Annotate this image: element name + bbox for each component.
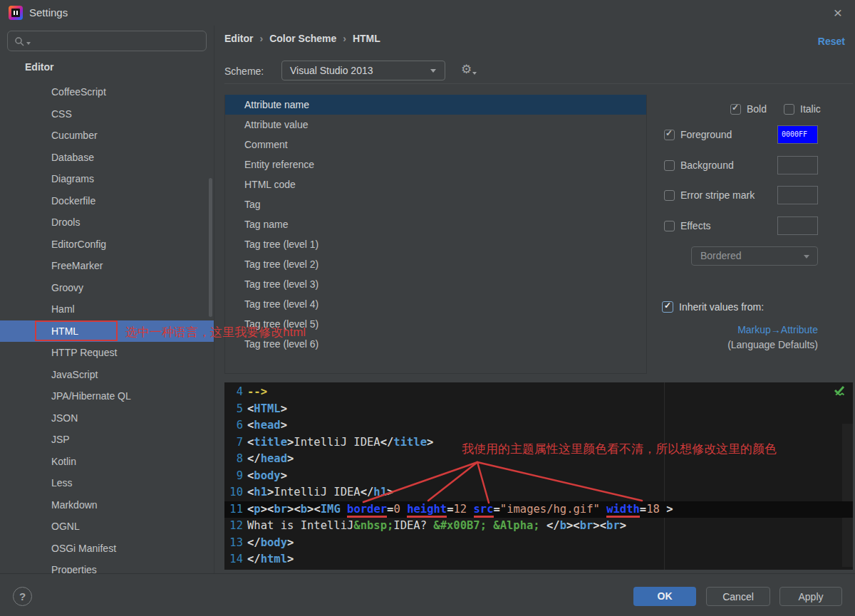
sidebar-item-editorconfig[interactable]: EditorConfig <box>0 234 214 256</box>
sidebar-item-less[interactable]: Less <box>0 472 214 494</box>
code-token: </ <box>247 452 261 465</box>
code-token: br <box>580 519 594 532</box>
foreground-checkbox[interactable] <box>664 130 675 140</box>
code-token: > <box>593 519 599 532</box>
sidebar-item-jpa-hibernate-ql[interactable]: JPA/Hibernate QL <box>0 385 214 407</box>
apply-button[interactable]: Apply <box>779 587 842 606</box>
code-token: > <box>281 419 287 432</box>
attribute-row[interactable]: Entity reference <box>225 155 646 174</box>
sidebar-item-css[interactable]: CSS <box>0 103 214 125</box>
code-token: </ <box>247 536 261 549</box>
breadcrumb-item: Color Scheme <box>269 33 336 44</box>
foreground-color-swatch[interactable]: 0000FF <box>777 125 818 144</box>
attribute-row[interactable]: Tag tree (level 4) <box>225 294 646 314</box>
code-token: What is IntelliJ <box>247 519 353 532</box>
sidebar-divider <box>214 26 214 573</box>
code-token: < <box>267 503 274 516</box>
sidebar-item-diagrams[interactable]: Diagrams <box>0 168 214 190</box>
code-token: 0 <box>393 503 400 516</box>
error-stripe-checkbox[interactable] <box>664 190 675 201</box>
sidebar-item-freemarker[interactable]: FreeMarker <box>0 255 214 277</box>
code-token: h1 <box>373 486 387 498</box>
sidebar-item-drools[interactable]: Drools <box>0 212 214 234</box>
code-token: > <box>387 486 393 498</box>
code-token: b <box>560 519 566 532</box>
bold-checkbox[interactable] <box>730 104 741 115</box>
attribute-row[interactable]: Attribute value <box>225 115 646 135</box>
sidebar-item-ognl[interactable]: OGNL <box>0 516 214 538</box>
code-token: body <box>254 469 280 482</box>
search-input[interactable] <box>7 31 207 51</box>
sidebar-item-editor-root[interactable]: Editor <box>25 61 53 73</box>
attribute-row[interactable]: Tag name <box>225 214 646 234</box>
attribute-row[interactable]: Attribute name <box>225 95 646 115</box>
attribute-row[interactable]: Tag tree (level 1) <box>225 234 646 254</box>
sidebar-item-cucumber[interactable]: Cucumber <box>0 125 214 147</box>
sidebar-item-markdown[interactable]: Markdown <box>0 494 214 516</box>
code-token: IntelliJ IDEA <box>274 486 360 498</box>
sidebar-scrollbar[interactable] <box>209 178 212 317</box>
scheme-select[interactable]: Visual Studio 2013 <box>281 61 445 80</box>
attribute-row[interactable]: Tag tree (level 3) <box>225 274 646 294</box>
effect-type-select: Bordered <box>691 246 818 266</box>
sidebar-item-json[interactable]: JSON <box>0 407 214 429</box>
background-checkbox[interactable] <box>664 160 675 171</box>
sidebar-item-coffeescript[interactable]: CoffeeScript <box>0 81 214 103</box>
sidebar-item-database[interactable]: Database <box>0 147 214 169</box>
sidebar-item-http-request[interactable]: HTTP Request <box>0 342 214 364</box>
code-token: body <box>261 536 287 549</box>
code-token: = <box>494 503 500 516</box>
code-token: </ <box>247 553 261 565</box>
footer-divider <box>0 573 855 574</box>
header-divider <box>224 83 853 84</box>
attribute-row[interactable]: Tag tree (level 2) <box>225 254 646 274</box>
sidebar-item-osgi-manifest[interactable]: OSGi Manifest <box>0 538 214 560</box>
code-token: IDEA? <box>393 519 433 532</box>
code-token: > <box>660 503 673 516</box>
breadcrumb-separator: › <box>259 33 263 44</box>
ok-button[interactable]: OK <box>633 587 696 606</box>
sidebar-item-jsp[interactable]: JSP <box>0 429 214 451</box>
code-token: &#x00B7; <box>433 519 487 532</box>
sidebar-item-properties[interactable]: Properties <box>0 559 214 573</box>
inherit-source-link[interactable]: Markup→Attribute <box>737 324 818 335</box>
code-token: h1 <box>254 486 267 498</box>
sidebar-item-kotlin[interactable]: Kotlin <box>0 451 214 473</box>
scheme-gear-button[interactable]: ⚙ <box>461 62 477 77</box>
attribute-row[interactable]: Tag <box>225 194 646 214</box>
line-number: 5 <box>224 401 243 418</box>
attribute-row[interactable]: HTML code <box>225 174 646 194</box>
attribute-row[interactable]: Comment <box>225 135 646 155</box>
sidebar-item-groovy[interactable]: Groovy <box>0 277 214 299</box>
code-line: 12What is IntelliJ&nbsp;IDEA? &#x00B7; &… <box>224 518 853 535</box>
code-token: head <box>261 452 287 465</box>
effects-label: Effects <box>680 220 711 231</box>
code-token <box>600 503 606 516</box>
sidebar-item-javascript[interactable]: JavaScript <box>0 364 214 386</box>
inherit-checkbox[interactable] <box>662 301 673 313</box>
background-color-swatch <box>777 156 818 174</box>
foreground-option: Foreground <box>664 129 732 140</box>
code-token: &Alpha; <box>493 519 539 532</box>
code-token: br <box>606 519 620 532</box>
inherit-option: Inherit values from: <box>662 301 764 313</box>
code-token: b <box>301 503 307 516</box>
sidebar-item-haml[interactable]: Haml <box>0 298 214 320</box>
reset-link[interactable]: Reset <box>818 36 845 47</box>
error-stripe-color-swatch <box>777 186 818 204</box>
help-button[interactable]: ? <box>13 587 32 606</box>
close-icon[interactable]: × <box>834 4 842 22</box>
code-token: > <box>287 452 294 465</box>
code-token: HTML <box>254 402 280 415</box>
code-token: < <box>247 469 254 482</box>
code-token: < <box>247 436 254 449</box>
code-token: < <box>294 503 300 516</box>
code-token: < <box>247 486 254 498</box>
cancel-button[interactable]: Cancel <box>706 587 770 606</box>
sidebar-item-dockerfile[interactable]: Dockerfile <box>0 190 214 212</box>
code-token <box>487 519 493 532</box>
effects-checkbox[interactable] <box>664 221 675 231</box>
italic-checkbox[interactable] <box>784 104 794 115</box>
annotation-text-sidebar: 选中一种语言，这里我要修改html <box>125 324 306 340</box>
line-number: 13 <box>224 535 243 552</box>
